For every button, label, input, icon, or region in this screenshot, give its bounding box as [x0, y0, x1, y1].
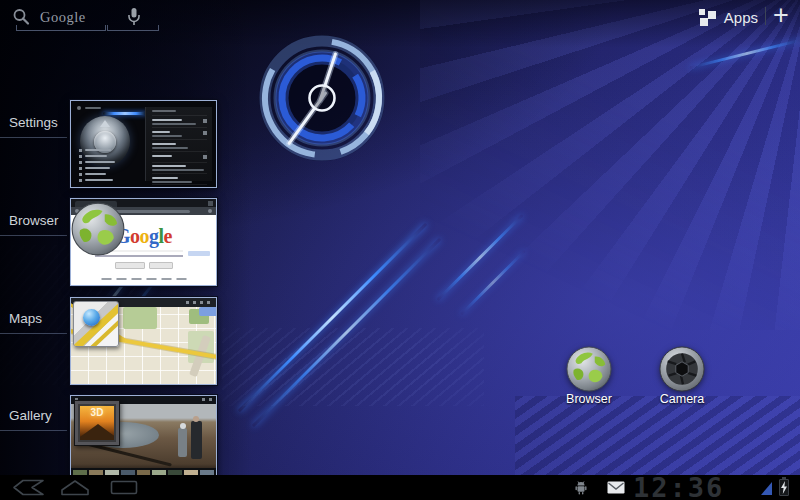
- back-button[interactable]: [12, 479, 48, 496]
- maps-app-icon: [73, 301, 119, 347]
- page-footer-links: [101, 278, 186, 280]
- settings-detail-panel: [145, 107, 212, 181]
- recent-label-gallery: Gallery: [0, 408, 67, 431]
- top-action-bar: Google Apps +: [0, 0, 800, 34]
- recent-label-maps: Maps: [0, 311, 67, 334]
- system-bar: 12:36: [0, 475, 800, 500]
- honeycomb-home-screen: Google Apps + Settings Browser Maps Gall…: [0, 0, 800, 500]
- camera-shortcut-label: Camera: [637, 392, 727, 406]
- topbar-separator: [765, 7, 766, 25]
- wallpaper-hatch: [222, 328, 484, 406]
- browser-globe-icon: [71, 202, 125, 256]
- home-button[interactable]: [60, 479, 90, 496]
- browser-shortcut-icon[interactable]: [566, 346, 612, 392]
- add-widget-button[interactable]: +: [768, 2, 794, 30]
- search-google-logo: Google: [40, 9, 86, 26]
- settings-gear-icon: [77, 106, 81, 110]
- gallery-app-icon: 3D: [74, 400, 120, 446]
- email-notification-icon[interactable]: [607, 481, 625, 494]
- settings-highlight-line: [103, 112, 147, 115]
- signal-strength-icon: [761, 482, 772, 495]
- photo-person-light: [178, 428, 187, 457]
- recent-apps-button[interactable]: [110, 480, 138, 495]
- maps-pin-icon: [83, 309, 100, 326]
- microphone-icon[interactable]: [126, 7, 142, 27]
- recent-label-settings: Settings: [0, 115, 67, 138]
- wallpaper-hatch: [515, 396, 800, 476]
- status-bar-clock[interactable]: 12:36: [633, 474, 759, 500]
- analog-clock-widget[interactable]: [252, 28, 392, 168]
- apps-button[interactable]: Apps: [699, 5, 758, 29]
- page-buttons: [115, 262, 173, 269]
- photo-person-dark: [191, 421, 202, 459]
- camera-shortcut-icon[interactable]: [659, 346, 705, 392]
- battery-charging-icon: [779, 479, 789, 496]
- search-icon: [12, 8, 30, 26]
- wallpaper-fan-pattern: [420, 0, 800, 330]
- page-link-block: [188, 251, 210, 256]
- google-search-widget[interactable]: Google: [8, 4, 166, 32]
- gallery-icon-text: 3D: [75, 407, 119, 418]
- browser-shortcut-label: Browser: [544, 392, 634, 406]
- recent-label-browser: Browser: [0, 213, 67, 236]
- usb-debug-android-icon[interactable]: [574, 480, 588, 495]
- recent-thumbnail-settings[interactable]: [70, 100, 217, 188]
- apps-button-label: Apps: [724, 9, 758, 26]
- search-underline: [16, 25, 106, 31]
- apps-grid-icon: [699, 9, 716, 26]
- settings-knob-graphic: [80, 116, 130, 166]
